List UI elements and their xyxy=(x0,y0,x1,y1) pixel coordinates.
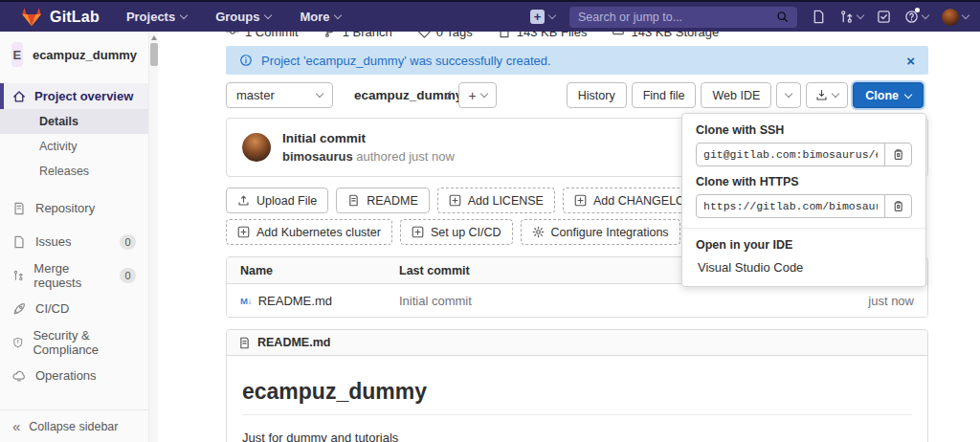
todos-button[interactable] xyxy=(877,10,891,24)
clone-https-label: Clone with HTTPS xyxy=(696,175,912,188)
issues-count-badge: 0 xyxy=(120,234,136,250)
project-avatar: E xyxy=(11,42,23,67)
chevron-down-icon xyxy=(316,90,323,98)
project-sidebar: E ecampuz_dummy Project overview Details… xyxy=(0,32,148,442)
sidebar-item-repository[interactable]: Repository xyxy=(0,191,148,225)
download-icon xyxy=(815,89,828,101)
main-content: 1 Commit 1 Branch 0 Tags 143 KB File xyxy=(158,32,980,442)
chevron-down-icon xyxy=(962,11,969,19)
readme-card-header[interactable]: README.md xyxy=(227,330,927,356)
web-ide-button[interactable]: Web IDE xyxy=(701,82,771,108)
clone-dropdown-panel: Clone with SSH Clone with HTTPS Open in … xyxy=(681,113,926,287)
clone-button[interactable]: Clone xyxy=(853,82,924,108)
sidebar-item-operations[interactable]: Operations xyxy=(0,359,148,392)
issues-button[interactable] xyxy=(812,10,826,24)
user-avatar xyxy=(942,9,959,26)
info-icon xyxy=(239,54,253,67)
readme-card: README.md ecampuz_dummy Just for dummy a… xyxy=(226,329,928,442)
clone-ssh-input[interactable] xyxy=(696,143,885,166)
close-icon[interactable]: × xyxy=(906,54,915,68)
copy-https-button[interactable] xyxy=(884,194,912,218)
rocket-icon xyxy=(12,302,26,316)
breadcrumb-separator: / xyxy=(447,88,451,102)
add-file-button[interactable]: + xyxy=(458,82,497,108)
scrollbar-up-arrow[interactable] xyxy=(151,35,157,40)
branch-selector[interactable]: master xyxy=(226,82,333,108)
history-button[interactable]: History xyxy=(567,82,627,108)
clone-https-row xyxy=(696,194,912,218)
document-icon xyxy=(347,194,360,207)
merge-requests-button[interactable] xyxy=(839,10,863,24)
sidebar-project-header[interactable]: E ecampuz_dummy xyxy=(0,32,148,77)
project-name: ecampuz_dummy xyxy=(33,48,137,62)
clone-https-input[interactable] xyxy=(696,194,885,218)
sidebar-item-releases[interactable]: Releases xyxy=(0,159,148,184)
user-menu-button[interactable] xyxy=(942,9,969,26)
column-header-name[interactable]: Name xyxy=(227,264,399,277)
readme-body: ecampuz_dummy Just for dummy and tutoria… xyxy=(227,379,927,442)
table-row[interactable]: M↓ README.md Initial commit just now xyxy=(227,284,927,317)
copy-icon xyxy=(892,148,904,161)
find-file-button[interactable]: Find file xyxy=(632,82,697,108)
sidebar-item-activity[interactable]: Activity xyxy=(0,134,148,159)
sidebar-item-project-overview[interactable]: Project overview xyxy=(0,83,148,109)
commit-author-link[interactable]: bimosaurus xyxy=(282,149,353,164)
search-input[interactable] xyxy=(578,11,770,24)
chevron-down-icon xyxy=(832,90,839,98)
sidebar-item-security-compliance[interactable]: Security & Compliance xyxy=(0,325,148,359)
sidebar-scrollbar[interactable] xyxy=(148,32,158,442)
download-button[interactable] xyxy=(806,82,848,108)
collapse-sidebar-button[interactable]: « Collapse sidebar xyxy=(0,409,148,442)
copy-ssh-button[interactable] xyxy=(884,143,912,166)
sidebar-item-cicd[interactable]: CI/CD xyxy=(0,292,148,325)
chevron-down-icon xyxy=(180,11,188,19)
readme-filename: README.md xyxy=(257,336,330,349)
top-navbar: GitLab Projects Groups More + xyxy=(0,0,980,32)
document-icon xyxy=(238,337,251,349)
chevron-down-icon xyxy=(264,11,272,19)
plus-icon: + xyxy=(530,10,545,24)
menu-projects[interactable]: Projects xyxy=(126,10,187,24)
navbar-right: + xyxy=(530,7,969,28)
sidebar-item-issues[interactable]: Issues 0 xyxy=(0,225,148,258)
chevron-down-icon xyxy=(548,11,556,19)
success-alert: Project 'ecampuz_dummy' was successfully… xyxy=(226,46,928,75)
scrollbar-thumb[interactable] xyxy=(150,43,158,66)
row-last-update: just now xyxy=(803,294,927,308)
dropdown-divider xyxy=(682,228,925,229)
add-kubernetes-cluster-button[interactable]: Add Kubernetes cluster xyxy=(226,219,392,245)
global-search[interactable] xyxy=(569,7,797,28)
configure-integrations-button[interactable]: Configure Integrations xyxy=(521,219,680,245)
sidebar-nav-list: Repository Issues 0 Merge requests 0 CI/… xyxy=(0,191,148,392)
file-name-link[interactable]: README.md xyxy=(258,294,332,308)
home-icon xyxy=(12,90,26,103)
add-license-button[interactable]: Add LICENSE xyxy=(437,188,555,213)
notification-dot xyxy=(915,8,920,12)
commit-author-avatar[interactable] xyxy=(242,133,271,162)
menu-more[interactable]: More xyxy=(300,10,341,24)
repo-toolbar: master ecampuz_dummy / + History Find fi… xyxy=(226,82,928,108)
chevron-down-icon xyxy=(334,11,342,19)
commit-title-link[interactable]: Initial commit xyxy=(282,131,455,145)
sidebar-item-details[interactable]: Details xyxy=(0,109,148,134)
row-last-commit[interactable]: Initial commit xyxy=(399,294,803,308)
help-button[interactable] xyxy=(904,10,928,24)
vscode-menu-item[interactable]: Visual Studio Code xyxy=(696,257,912,276)
plus-square-icon xyxy=(412,226,424,238)
upload-icon xyxy=(237,194,250,207)
open-in-ide-label: Open in your IDE xyxy=(696,238,912,252)
set-up-cicd-button[interactable]: Set up CI/CD xyxy=(400,219,513,245)
web-ide-dropdown-button[interactable] xyxy=(776,82,801,108)
markdown-icon: M↓ xyxy=(240,296,252,306)
quick-actions-row-2: Add Kubernetes cluster Set up CI/CD Conf… xyxy=(226,219,680,245)
issues-icon xyxy=(812,10,826,24)
new-menu-button[interactable]: + xyxy=(530,10,555,24)
sidebar-item-merge-requests[interactable]: Merge requests 0 xyxy=(0,258,148,292)
plus-square-icon xyxy=(574,194,587,207)
gitlab-logo[interactable]: GitLab xyxy=(21,7,100,27)
upload-file-button[interactable]: Upload File xyxy=(226,188,328,213)
main-menu: Projects Groups More xyxy=(126,10,342,24)
readme-button[interactable]: README xyxy=(336,188,429,213)
menu-groups[interactable]: Groups xyxy=(215,10,271,24)
tanuki-icon xyxy=(21,7,42,27)
